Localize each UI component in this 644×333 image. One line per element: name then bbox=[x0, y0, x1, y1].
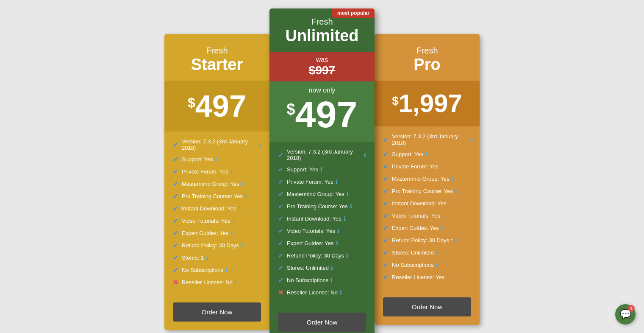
list-item: ✔ Stores: Unlimited ℹ bbox=[383, 249, 471, 257]
check-icon: ✔ bbox=[173, 168, 178, 176]
pro-price-amount: 1,997 bbox=[399, 91, 462, 116]
check-icon: ✔ bbox=[173, 192, 178, 200]
list-item: ✔ Support: Yes ℹ bbox=[173, 155, 261, 163]
info-icon[interactable]: ℹ bbox=[336, 179, 338, 185]
info-icon[interactable]: ℹ bbox=[230, 168, 233, 175]
check-icon: ✔ bbox=[278, 190, 283, 198]
list-item: ✔ Private Forum: Yes ℹ bbox=[278, 178, 366, 186]
info-icon[interactable]: ℹ bbox=[320, 166, 322, 173]
info-icon[interactable]: ℹ bbox=[231, 230, 233, 236]
info-icon[interactable]: ℹ bbox=[336, 240, 338, 246]
feature-text: Instant Download: Yes bbox=[392, 200, 447, 207]
info-icon[interactable]: ℹ bbox=[225, 267, 228, 273]
info-icon[interactable]: ℹ bbox=[239, 205, 241, 212]
info-icon[interactable]: ℹ bbox=[425, 151, 427, 157]
info-icon[interactable]: ℹ bbox=[241, 242, 243, 249]
feature-text: Reseller License: No bbox=[287, 289, 338, 296]
feature-text: Video Tutorials: Yes bbox=[182, 218, 230, 224]
info-icon[interactable]: ℹ bbox=[455, 237, 457, 243]
list-item: ✔ Expert Guides: Yes ℹ bbox=[278, 239, 366, 247]
check-icon: ✔ bbox=[278, 239, 283, 247]
pro-header: Fresh Pro bbox=[375, 34, 480, 81]
info-icon[interactable]: ℹ bbox=[346, 252, 348, 259]
info-icon[interactable]: ℹ bbox=[242, 181, 244, 187]
starter-header: Fresh Starter bbox=[164, 34, 269, 81]
info-icon[interactable]: ℹ bbox=[206, 255, 208, 261]
feature-text: Expert Guides: Yes bbox=[392, 225, 439, 231]
list-item: ✔ Stores: Unlimited ℹ bbox=[278, 264, 366, 272]
info-icon[interactable]: ℹ bbox=[259, 142, 261, 148]
list-item: ✔ Private Forum: Yes ℹ bbox=[173, 168, 261, 176]
starter-price-amount: 497 bbox=[195, 91, 246, 121]
check-icon: ✔ bbox=[173, 229, 178, 237]
check-icon: ✔ bbox=[173, 254, 178, 262]
info-icon[interactable]: ℹ bbox=[347, 191, 349, 197]
list-item: ✔ No Subscriptions ℹ bbox=[278, 276, 366, 284]
info-icon[interactable]: ℹ bbox=[340, 289, 342, 296]
feature-text: Video Tutorials: Yes bbox=[287, 228, 335, 234]
list-item: ✔ Version: 7.3.2 (3rd January 2018) ℹ bbox=[173, 138, 261, 151]
list-item: ✔ Private Forum: Yes ℹ bbox=[383, 162, 471, 171]
check-icon: ✔ bbox=[278, 264, 283, 272]
pro-price-section: $ 1,997 bbox=[375, 81, 480, 126]
info-icon[interactable]: ℹ bbox=[337, 228, 339, 234]
info-icon[interactable]: ℹ bbox=[235, 279, 237, 285]
starter-price-section: $ 497 bbox=[164, 81, 269, 132]
unlimited-was-label: was bbox=[276, 56, 368, 64]
info-icon[interactable]: ℹ bbox=[350, 203, 352, 210]
starter-order-button[interactable]: Order Now bbox=[173, 302, 261, 322]
check-icon: ✔ bbox=[383, 249, 389, 257]
info-icon[interactable]: ℹ bbox=[436, 249, 438, 256]
pro-order-button[interactable]: Order Now bbox=[383, 297, 471, 316]
unlimited-dollar-sign: $ bbox=[287, 102, 295, 117]
info-icon[interactable]: ℹ bbox=[330, 277, 333, 283]
info-icon[interactable]: ℹ bbox=[245, 193, 247, 199]
info-icon[interactable]: ℹ bbox=[331, 265, 333, 271]
feature-text: Pro Training Course: Yes bbox=[182, 193, 243, 199]
check-icon: ✔ bbox=[383, 261, 389, 269]
info-icon[interactable]: ℹ bbox=[364, 152, 366, 158]
unlimited-was-price: $997 bbox=[276, 64, 368, 77]
check-icon: ✔ bbox=[173, 155, 178, 163]
feature-text: Stores: Unlimited bbox=[287, 265, 329, 271]
info-icon[interactable]: ℹ bbox=[452, 176, 454, 182]
info-icon[interactable]: ℹ bbox=[344, 215, 346, 222]
feature-text: Support: Yes bbox=[287, 166, 318, 173]
info-icon[interactable]: ℹ bbox=[441, 225, 443, 231]
feature-text: Mastermind Group: Yes bbox=[182, 181, 239, 187]
check-icon: ✔ bbox=[278, 151, 283, 159]
info-icon[interactable]: ℹ bbox=[436, 262, 438, 268]
check-icon: ✔ bbox=[383, 273, 389, 281]
unlimited-order-button[interactable]: Order Now bbox=[278, 313, 366, 332]
feature-text: Refund Policy: 30 Days * bbox=[392, 237, 453, 243]
list-item: ✔ Mastermind Group: Yes ℹ bbox=[173, 180, 261, 188]
info-icon[interactable]: ℹ bbox=[455, 188, 457, 194]
list-item: ✔ No Subscriptions ℹ bbox=[173, 266, 261, 274]
list-item: ✔ Video Tutorials: Yes ℹ bbox=[173, 217, 261, 225]
feature-text: Version: 7.3.2 (3rd January 2018) bbox=[392, 133, 467, 146]
list-item: ✔ Expert Guides: Yes ℹ bbox=[383, 224, 471, 232]
chat-widget[interactable]: 💬 1 bbox=[615, 304, 636, 325]
check-icon: ✔ bbox=[383, 236, 389, 244]
feature-text: Reseller License: No bbox=[182, 279, 233, 285]
list-item: ✔ Instant Download: Yes ℹ bbox=[278, 215, 366, 223]
unlimited-was-section: was $997 bbox=[269, 52, 375, 81]
info-icon[interactable]: ℹ bbox=[215, 156, 217, 162]
check-icon: ✔ bbox=[278, 276, 283, 284]
check-icon: ✔ bbox=[383, 212, 389, 220]
pro-plan-name-top: Fresh bbox=[381, 46, 473, 56]
info-icon[interactable]: ℹ bbox=[447, 274, 449, 280]
info-icon[interactable]: ℹ bbox=[441, 163, 443, 170]
list-item: ✔ Expert Guides: Yes ℹ bbox=[173, 229, 261, 237]
check-icon: ✔ bbox=[173, 204, 178, 213]
info-icon[interactable]: ℹ bbox=[449, 200, 451, 207]
info-icon[interactable]: ℹ bbox=[442, 213, 444, 219]
list-item: ✔ Version: 7.3.2 (3rd January 2018) ℹ bbox=[383, 133, 471, 146]
info-icon[interactable]: ℹ bbox=[232, 218, 234, 224]
feature-text: Pro Training Course: Yes bbox=[287, 203, 348, 210]
info-icon[interactable]: ℹ bbox=[469, 137, 471, 143]
list-item: ✖ Reseller License: No ℹ bbox=[173, 278, 261, 286]
starter-price-display: $ 497 bbox=[171, 91, 263, 121]
starter-dollar-sign: $ bbox=[188, 96, 195, 109]
feature-text: Stores: 1 bbox=[182, 255, 204, 261]
